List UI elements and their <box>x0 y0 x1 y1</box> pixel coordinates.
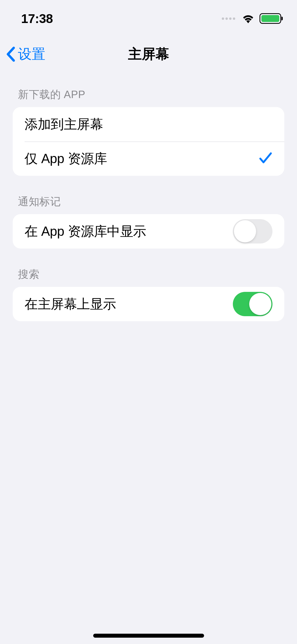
battery-icon <box>260 13 281 24</box>
group-search: 在主屏幕上显示 <box>13 287 284 321</box>
status-bar: 17:38 <box>0 0 297 37</box>
row-show-on-home: 在主屏幕上显示 <box>13 287 284 321</box>
option-label: 添加到主屏幕 <box>25 116 103 133</box>
checkmark-icon <box>259 152 272 165</box>
toggle-knob <box>234 220 256 242</box>
toggle-knob <box>249 293 271 315</box>
option-app-library-only[interactable]: 仅 App 资源库 <box>13 141 284 176</box>
group-badges: 在 App 资源库中显示 <box>13 214 284 249</box>
toggle-show-in-app-library[interactable] <box>233 219 272 243</box>
nav-bar: 设置 主屏幕 <box>0 37 297 71</box>
wifi-icon <box>242 14 255 23</box>
back-button[interactable]: 设置 <box>6 45 45 63</box>
section-header-search: 搜索 <box>13 249 284 287</box>
chevron-left-icon <box>6 46 16 62</box>
row-show-in-app-library: 在 App 资源库中显示 <box>13 214 284 249</box>
home-indicator[interactable] <box>93 634 204 638</box>
content: 新下载的 APP 添加到主屏幕 仅 App 资源库 通知标记 在 App 资源库… <box>0 71 297 321</box>
row-label: 在 App 资源库中显示 <box>25 223 146 240</box>
cellular-icon <box>222 17 235 20</box>
section-header-badges: 通知标记 <box>13 176 284 214</box>
status-time: 17:38 <box>21 11 53 26</box>
page-title: 主屏幕 <box>128 45 169 63</box>
status-indicators <box>222 13 281 24</box>
option-label: 仅 App 资源库 <box>25 150 107 168</box>
option-add-to-home[interactable]: 添加到主屏幕 <box>13 107 284 141</box>
toggle-show-on-home[interactable] <box>233 292 272 316</box>
section-header-new-apps: 新下载的 APP <box>13 71 284 107</box>
row-label: 在主屏幕上显示 <box>25 295 116 313</box>
group-new-apps: 添加到主屏幕 仅 App 资源库 <box>13 107 284 176</box>
back-label: 设置 <box>18 45 45 63</box>
